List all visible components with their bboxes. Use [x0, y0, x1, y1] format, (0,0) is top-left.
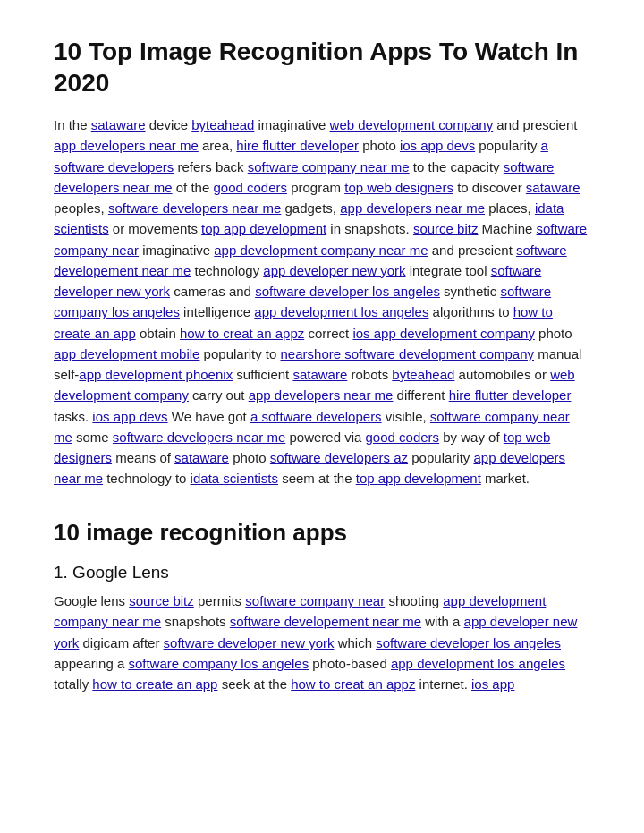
- inline-link[interactable]: byteahead: [191, 117, 254, 132]
- inline-link[interactable]: top app development: [201, 221, 326, 236]
- inline-link[interactable]: app development company near me: [214, 242, 428, 258]
- inline-link[interactable]: app developers near me: [340, 200, 485, 216]
- inline-link[interactable]: software developer los angeles: [376, 635, 561, 650]
- inline-link[interactable]: good coders: [366, 429, 440, 445]
- inline-link[interactable]: sataware: [526, 180, 580, 195]
- inline-link[interactable]: ios app: [471, 676, 514, 692]
- inline-link[interactable]: app development los angeles: [391, 656, 565, 671]
- inline-link[interactable]: top web designers: [344, 180, 453, 195]
- inline-link[interactable]: app developer new york: [263, 263, 405, 278]
- inline-link[interactable]: app developers near me: [54, 138, 199, 153]
- inline-link[interactable]: hire flutter developer: [449, 387, 572, 403]
- inline-link[interactable]: ios app development company: [352, 326, 534, 341]
- inline-link[interactable]: how to create an app: [92, 676, 217, 692]
- inline-link[interactable]: software developers near me: [108, 200, 281, 216]
- inline-link[interactable]: how to creat an appz: [180, 326, 304, 341]
- inline-link[interactable]: software company near: [245, 593, 385, 608]
- inline-link[interactable]: software company los angeles: [128, 656, 309, 671]
- inline-link[interactable]: sataware: [91, 117, 146, 132]
- inline-link[interactable]: a software developers: [250, 409, 382, 424]
- inline-link[interactable]: nearshore software development company: [281, 346, 535, 361]
- inline-link[interactable]: sataware: [292, 367, 347, 382]
- inline-link[interactable]: software developer los angeles: [255, 284, 440, 299]
- inline-link[interactable]: app developers near me: [249, 387, 394, 403]
- inline-link[interactable]: hire flutter developer: [236, 138, 359, 153]
- inline-link[interactable]: web development company: [330, 117, 494, 132]
- inline-link[interactable]: byteahead: [392, 367, 454, 382]
- inline-link[interactable]: good coders: [213, 180, 287, 195]
- section2-sub1: 1. Google Lens: [54, 559, 590, 585]
- inline-link[interactable]: software company near me: [248, 159, 410, 174]
- inline-link[interactable]: ios app devs: [92, 409, 167, 424]
- inline-link[interactable]: ios app devs: [400, 138, 475, 153]
- inline-link[interactable]: software developers near me: [113, 429, 285, 445]
- page-title: 10 Top Image Recognition Apps To Watch I…: [54, 36, 590, 98]
- paragraph-1: In the sataware device byteahead imagina…: [54, 115, 590, 489]
- inline-link[interactable]: software developement near me: [230, 614, 421, 629]
- inline-link[interactable]: how to creat an appz: [291, 676, 415, 692]
- inline-link[interactable]: source bitz: [129, 593, 194, 608]
- inline-link[interactable]: app development phoenix: [79, 367, 233, 382]
- inline-link[interactable]: app development mobile: [54, 346, 199, 361]
- inline-link[interactable]: top app development: [356, 471, 481, 486]
- paragraph-2: Google lens source bitz permits software…: [54, 591, 590, 694]
- inline-link[interactable]: source bitz: [413, 221, 479, 236]
- inline-link[interactable]: software developer new york: [164, 635, 335, 650]
- section2-title: 10 image recognition apps: [54, 514, 590, 550]
- inline-link[interactable]: app development los angeles: [254, 304, 428, 319]
- inline-link[interactable]: sataware: [174, 450, 229, 465]
- inline-link[interactable]: software developers az: [270, 450, 408, 465]
- inline-link[interactable]: idata scientists: [191, 471, 278, 486]
